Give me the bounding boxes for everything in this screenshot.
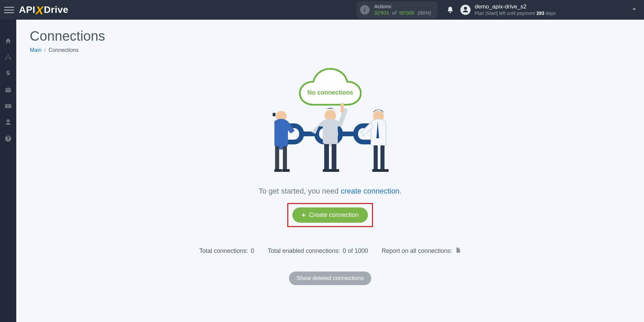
document-icon [455, 247, 461, 255]
help-icon [4, 135, 12, 142]
notifications-button[interactable] [445, 5, 455, 15]
user-menu-chevron[interactable] [630, 5, 638, 14]
sidebar-item-help[interactable] [0, 131, 16, 146]
stats-enabled: Total enabled connections: 0 of 1000 [268, 247, 368, 255]
show-deleted-wrap: Show deleted connections [289, 271, 371, 285]
billing-icon [4, 70, 12, 77]
svg-rect-6 [275, 146, 279, 170]
create-highlight-box: + Create connection [287, 203, 373, 227]
stats-report-label: Report on all connections: [382, 247, 452, 255]
main-content: Connections Main / Connections No connec… [16, 20, 644, 322]
sidebar [0, 20, 16, 322]
plan-days: 293 [536, 11, 544, 16]
stats-enabled-value: 0 of 1000 [343, 247, 368, 255]
hint-create-link[interactable]: create connection [341, 187, 400, 195]
svg-rect-10 [332, 144, 336, 170]
plan-suffix: days [544, 11, 556, 16]
info-icon: i [360, 5, 370, 15]
empty-state-illustration: No connections [259, 65, 401, 177]
stats-total: Total connections: 0 [199, 247, 254, 255]
menu-toggle-button[interactable] [4, 5, 14, 15]
actions-of: of [392, 10, 397, 16]
breadcrumb: Main / Connections [30, 47, 630, 53]
svg-rect-7 [283, 146, 287, 170]
breadcrumb-separator: / [44, 47, 46, 53]
user-plan: Plan |Start| left until payment 293 days [475, 11, 630, 16]
actions-usage-box[interactable]: i Actions: 32'831 of 50'000 (66%) [357, 1, 437, 18]
sidebar-item-toolbox[interactable] [0, 82, 16, 98]
sidebar-item-home[interactable] [0, 33, 16, 49]
create-button-label: Create connection [309, 212, 358, 219]
sidebar-item-video[interactable] [0, 98, 16, 114]
show-deleted-button[interactable]: Show deleted connections [289, 271, 371, 285]
logo[interactable]: API X Drive [19, 3, 68, 17]
logo-x: X [36, 4, 43, 17]
breadcrumb-main[interactable]: Main [30, 47, 42, 53]
empty-cloud-text: No connections [307, 89, 353, 96]
stats-total-value: 0 [251, 247, 254, 255]
actions-label: Actions: [374, 3, 431, 10]
actions-lines: Actions: 32'831 of 50'000 (66%) [374, 3, 431, 16]
svg-rect-13 [374, 145, 378, 170]
plus-icon: + [302, 212, 306, 219]
sidebar-item-account[interactable] [0, 115, 16, 130]
actions-used: 32'831 [374, 10, 390, 16]
svg-rect-14 [380, 145, 385, 170]
topbar: API X Drive i Actions: 32'831 of 50'000 … [0, 0, 644, 20]
actions-numbers: 32'831 of 50'000 (66%) [374, 10, 431, 16]
stats-enabled-label: Total enabled connections: [268, 247, 340, 255]
svg-rect-11 [340, 103, 344, 113]
create-connection-button[interactable]: + Create connection [292, 207, 368, 223]
breadcrumb-current: Connections [48, 47, 79, 53]
svg-rect-9 [324, 144, 329, 170]
video-icon [4, 102, 12, 110]
stats-row: Total connections: 0 Total enabled conne… [199, 247, 461, 255]
connections-icon [4, 54, 12, 61]
actions-percent: (66%) [418, 10, 431, 16]
user-name: demo_apix-drive_s2 [475, 3, 630, 10]
actions-total: 50'000 [399, 10, 414, 16]
page-title: Connections [30, 28, 630, 44]
plan-prefix: Plan |Start| left until payment [475, 11, 536, 16]
hint-after: . [399, 187, 401, 195]
sidebar-item-connections[interactable] [0, 49, 16, 65]
account-icon [4, 119, 12, 126]
user-avatar-icon[interactable] [460, 5, 471, 15]
empty-state-hint: To get started, you need create connecti… [259, 187, 402, 196]
toolbox-icon [4, 86, 12, 94]
home-icon [4, 37, 12, 45]
stats-report[interactable]: Report on all connections: [382, 247, 461, 255]
logo-post: Drive [44, 4, 68, 15]
logo-pre: API [19, 4, 35, 15]
empty-state: No connections [30, 65, 630, 285]
hint-before: To get started, you need [259, 187, 341, 195]
sidebar-item-billing[interactable] [0, 66, 16, 81]
stats-total-label: Total connections: [199, 247, 248, 255]
user-block[interactable]: demo_apix-drive_s2 Plan |Start| left unt… [475, 3, 630, 16]
shell: Connections Main / Connections No connec… [0, 20, 644, 322]
